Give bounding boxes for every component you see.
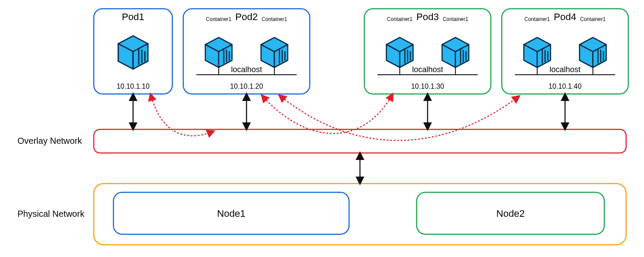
pod-title-2: Pod2: [235, 11, 257, 22]
container-cube-icon: [206, 38, 232, 67]
pod3-ip: 10.10.1.30: [411, 83, 444, 90]
pod3-localhost-label: localhost: [412, 65, 443, 74]
pod2-container-label-1: Container1: [206, 16, 232, 22]
node-label-2: Node2: [497, 208, 525, 219]
pod2-localhost-label: localhost: [231, 65, 262, 74]
container-cube-icon: [118, 36, 148, 69]
container-cube-icon: [524, 38, 551, 67]
node-label-1: Node1: [217, 208, 246, 219]
pod2-ip: 10.10.1.20: [230, 83, 263, 90]
container-cube-icon: [387, 38, 413, 67]
overlay-network-label: Overlay Network: [17, 136, 82, 146]
pod-4: Pod4Container1Container1localhost10.10.1…: [502, 9, 628, 94]
pod-title-1: Pod1: [122, 11, 144, 22]
container-cube-icon: [442, 38, 469, 67]
pod4-localhost-label: localhost: [549, 65, 580, 74]
pod3-container-label-2: Container1: [442, 16, 468, 22]
overlay-traffic-path-3: [279, 95, 519, 140]
pod-2: Pod2Container1Container1localhost10.10.1…: [183, 9, 310, 94]
pod1-ip: 10.10.1.10: [116, 83, 150, 90]
physical-network-label: Physical Network: [17, 209, 85, 219]
pod3-container-label-1: Container1: [387, 16, 413, 22]
container-cube-icon: [261, 38, 288, 67]
pod-title-3: Pod3: [416, 11, 438, 22]
container-cube-icon: [579, 38, 606, 67]
overlay-traffic-path-2: [262, 94, 393, 133]
pod2-container-label-2: Container1: [261, 16, 287, 22]
overlay-network-box: [94, 129, 626, 153]
pod4-container-label-2: Container1: [580, 16, 606, 22]
pod-title-4: Pod4: [554, 11, 576, 22]
pod4-container-label-1: Container1: [524, 16, 550, 22]
pod4-ip: 10.10.1.40: [548, 83, 582, 90]
pod-1: Pod110.10.1.10: [94, 9, 172, 94]
pod-3: Pod3Container1Container1localhost10.10.1…: [364, 9, 491, 94]
